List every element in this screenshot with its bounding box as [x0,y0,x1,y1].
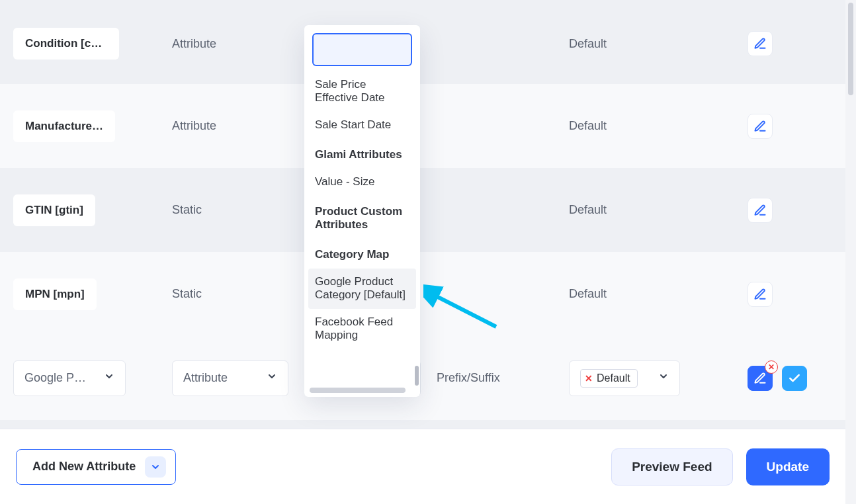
edit-button[interactable] [748,198,773,223]
pencil-icon [753,120,767,133]
dropdown-item-highlighted[interactable]: Google Product Category [Default] [308,269,416,309]
dropdown-group-label: Category Map [315,248,389,261]
dropdown-item-label: Sale Start Date [315,118,391,131]
field-tag-label: Manufacture… [25,120,103,132]
output-tag-label: Default [597,372,630,384]
dropdown-item[interactable]: Facebook Feed Mapping [308,309,416,349]
output-cell: Default [569,287,607,301]
preview-feed-label: Preview Feed [632,460,712,474]
output-cell: Default [569,37,607,51]
dropdown-item-label: Value - Size [315,175,374,188]
field-tag-label: MPN [mpn] [25,288,85,300]
output-cell: Default [569,203,607,217]
dropdown-search-input[interactable] [312,33,412,66]
close-edit-badge[interactable]: ✕ [765,360,778,374]
dropdown-scrollbar[interactable] [415,366,419,386]
check-icon [788,372,801,385]
attribute-row: GTIN [gtin] Static Default [0,168,845,252]
attribute-dropdown: Sale Price Effective Date Sale Start Dat… [304,25,420,397]
add-new-attribute-button[interactable]: Add New Attribute [16,449,176,485]
remove-tag-icon[interactable]: ✕ [585,373,593,384]
chevron-down-icon [104,371,114,385]
output-cell: Default [569,119,607,133]
dropdown-item-label: Google Product Category [Default] [315,275,406,301]
add-attribute-label: Add New Attribute [32,460,136,474]
dropdown-group-label: Product Custom Attributes [315,205,402,231]
footer-bar: Add New Attribute Preview Feed Update [0,429,845,504]
output-select[interactable]: ✕ Default [569,360,680,396]
dropdown-list: Sale Price Effective Date Sale Start Dat… [304,71,420,397]
chevron-down-icon [658,371,669,385]
output-tag[interactable]: ✕ Default [580,369,638,388]
dropdown-group: Product Custom Attributes [308,196,416,239]
update-label: Update [767,460,809,474]
attribute-row: Condition [co… Attribute Default [0,0,845,84]
attribute-row-editable: Google Pro… Attribute Please Sele… [0,336,845,420]
field-tag: Manufacture… [13,110,115,142]
pencil-icon [753,37,767,50]
attribute-row: MPN [mpn] Static Default [0,252,845,336]
page-scrollbar[interactable] [845,0,856,504]
type-cell: Attribute [172,119,216,133]
type-cell: Static [172,287,202,301]
field-tag-label: GTIN [gtin] [25,204,83,216]
dropdown-group-label: Glami Attributes [315,148,402,161]
type-cell: Static [172,203,202,217]
dropdown-item[interactable]: Value - Size [308,169,416,196]
confirm-button[interactable] [782,366,807,391]
field-tag-label: Condition [co… [25,37,109,50]
dropdown-item-label: Facebook Feed Mapping [315,315,393,341]
pencil-icon [753,288,767,301]
field-tag: MPN [mpn] [13,278,97,310]
edit-button[interactable] [748,31,773,56]
field-tag: GTIN [gtin] [13,194,95,226]
type-select[interactable]: Attribute [172,360,288,396]
attribute-row: Manufacture… Attribute Default [0,84,845,168]
dropdown-item-label: Sale Price Effective Date [315,78,385,104]
dropdown-group: Category Map [308,239,416,269]
type-cell: Attribute [172,37,216,51]
update-button[interactable]: Update [746,448,830,485]
prefix-suffix-label: Prefix/Suffix [437,371,500,385]
pencil-icon [753,372,767,385]
dropdown-item[interactable]: Sale Price Effective Date [308,71,416,112]
type-select-label: Attribute [183,371,228,385]
field-select-label: Google Pro… [24,371,87,385]
dropdown-horizontal-scrollbar[interactable] [310,388,406,393]
chevron-down-icon [145,456,166,478]
pencil-icon [753,204,767,217]
dropdown-group: Glami Attributes [308,139,416,169]
field-select[interactable]: Google Pro… [13,360,126,396]
field-tag: Condition [co… [13,28,119,60]
chevron-down-icon [267,371,277,385]
edit-button-active[interactable]: ✕ [748,366,773,391]
edit-button[interactable] [748,282,773,307]
preview-feed-button[interactable]: Preview Feed [611,448,732,485]
dropdown-item[interactable]: Sale Start Date [308,112,416,139]
edit-button[interactable] [748,114,773,139]
